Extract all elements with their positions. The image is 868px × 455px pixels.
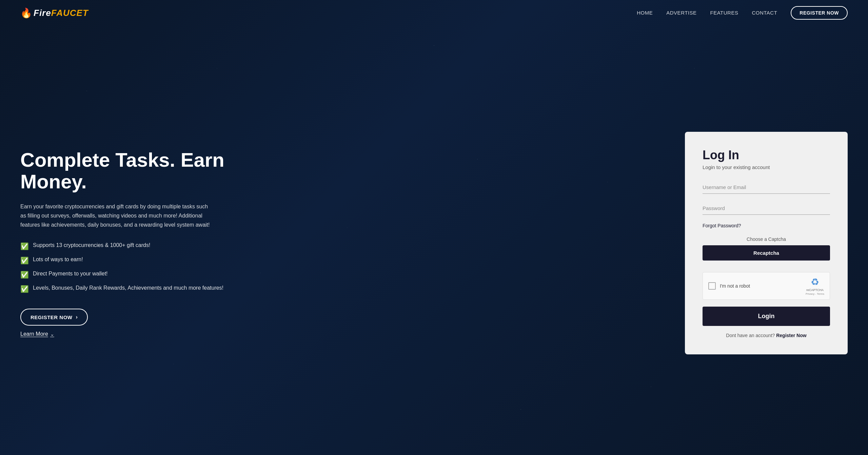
check-icon: ✅ bbox=[20, 242, 29, 251]
logo[interactable]: 🔥 FireFAUCET bbox=[20, 7, 88, 19]
learn-more-button[interactable]: Learn More ⌄ bbox=[20, 331, 54, 337]
check-icon: ✅ bbox=[20, 270, 29, 280]
nav-advertise[interactable]: ADVERTISE bbox=[666, 10, 696, 16]
recaptcha-text: I'm not a robot bbox=[720, 283, 750, 289]
hero-description: Earn your favorite cryptocurrencies and … bbox=[20, 202, 210, 230]
login-subtitle: Login to your existing account bbox=[703, 164, 830, 170]
logo-text: FireFAUCET bbox=[34, 8, 88, 18]
recaptcha-brand: reCAPTCHA bbox=[806, 288, 824, 292]
register-link-text: Dont have an account? Register Now bbox=[703, 333, 830, 338]
hero-buttons: REGISTER NOW › Learn More ⌄ bbox=[20, 309, 244, 337]
recaptcha-checkbox[interactable] bbox=[708, 282, 716, 290]
recaptcha-logo-icon: ♻ bbox=[811, 276, 819, 288]
chevron-down-icon: ⌄ bbox=[50, 331, 54, 337]
main-content: Complete Tasks. Earn Money. Earn your fa… bbox=[0, 26, 868, 454]
hero-title: Complete Tasks. Earn Money. bbox=[20, 149, 244, 192]
forgot-password-link[interactable]: Forgot Password? bbox=[703, 223, 830, 228]
list-item: ✅ Direct Payments to your wallet! bbox=[20, 270, 244, 280]
recaptcha-footer: Privacy - Terms bbox=[806, 292, 824, 295]
recaptcha-button[interactable]: Recaptcha bbox=[703, 245, 830, 261]
recaptcha-logo: ♻ reCAPTCHA Privacy - Terms bbox=[806, 276, 824, 295]
nav-home[interactable]: HOME bbox=[637, 10, 653, 16]
password-input[interactable] bbox=[703, 202, 830, 215]
register-hero-button[interactable]: REGISTER NOW › bbox=[20, 309, 88, 326]
register-now-link[interactable]: Register Now bbox=[776, 333, 806, 338]
recaptcha-widget: I'm not a robot ♻ reCAPTCHA Privacy - Te… bbox=[703, 272, 830, 300]
login-panel: Log In Login to your existing account Fo… bbox=[685, 132, 848, 354]
recaptcha-left: I'm not a robot bbox=[708, 282, 750, 290]
arrow-right-icon: › bbox=[76, 314, 78, 320]
list-item: ✅ Supports 13 cryptocurrencies & 1000+ g… bbox=[20, 242, 244, 251]
list-item: ✅ Lots of ways to earn! bbox=[20, 256, 244, 265]
flame-icon: 🔥 bbox=[20, 7, 32, 19]
register-now-button[interactable]: REGISTER NOW bbox=[791, 6, 848, 20]
features-list: ✅ Supports 13 cryptocurrencies & 1000+ g… bbox=[20, 242, 244, 294]
captcha-section: Choose a Captcha Recaptcha bbox=[703, 236, 830, 265]
login-button[interactable]: Login bbox=[703, 307, 830, 326]
check-icon: ✅ bbox=[20, 256, 29, 265]
nav-features[interactable]: FEATURES bbox=[710, 10, 738, 16]
check-icon: ✅ bbox=[20, 284, 29, 294]
captcha-label: Choose a Captcha bbox=[703, 236, 830, 242]
navigation: 🔥 FireFAUCET HOME ADVERTISE FEATURES CON… bbox=[0, 0, 868, 26]
login-title: Log In bbox=[703, 148, 830, 162]
nav-links: HOME ADVERTISE FEATURES CONTACT REGISTER… bbox=[637, 6, 848, 20]
hero-section: Complete Tasks. Earn Money. Earn your fa… bbox=[20, 149, 244, 337]
username-input[interactable] bbox=[703, 181, 830, 194]
list-item: ✅ Levels, Bonuses, Daily Rank Rewards, A… bbox=[20, 284, 244, 294]
nav-contact[interactable]: CONTACT bbox=[752, 10, 777, 16]
